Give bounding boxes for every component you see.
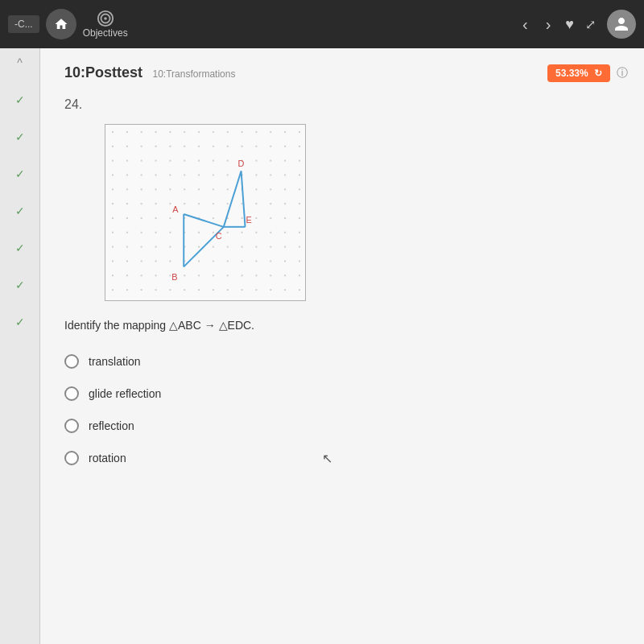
question-number: 24. xyxy=(64,97,620,112)
page-subtitle: 10:Transformations xyxy=(152,68,235,80)
avatar[interactable] xyxy=(607,10,636,39)
radio-2[interactable] xyxy=(64,386,79,401)
radio-4[interactable] xyxy=(64,451,79,465)
progress-badge: 53.33% ↻ xyxy=(547,64,610,82)
objectives-nav[interactable]: Objectives xyxy=(83,10,128,39)
svg-text:C: C xyxy=(216,231,222,241)
sidebar-chevron[interactable]: ^ xyxy=(17,56,23,69)
sidebar-check-7: ✓ xyxy=(15,316,25,328)
sidebar-check-6: ✓ xyxy=(15,279,25,291)
svg-text:D: D xyxy=(238,159,245,168)
prev-button[interactable]: ‹ xyxy=(519,12,531,37)
content-area: 10:Posttest 10:Transformations 53.33% ↻ … xyxy=(40,48,644,644)
top-navigation: -C... Objectives ‹ › ♥ ⤢ xyxy=(0,0,644,48)
radio-3[interactable] xyxy=(64,419,79,433)
svg-text:B: B xyxy=(171,272,177,282)
course-dropdown[interactable]: -C... xyxy=(8,15,39,33)
answer-label-3: reflection xyxy=(89,419,134,432)
page-header: 10:Posttest 10:Transformations xyxy=(64,64,620,81)
page-title: 10:Posttest xyxy=(64,64,142,80)
answer-options: translation glide reflection reflection … xyxy=(64,354,620,465)
answer-option-3[interactable]: reflection xyxy=(64,419,620,433)
answer-label-4: rotation xyxy=(89,452,126,464)
sidebar-check-2: ✓ xyxy=(15,130,25,143)
answer-option-1[interactable]: translation xyxy=(64,354,620,369)
info-icon[interactable]: ⓘ xyxy=(617,66,628,80)
sidebar-check-5: ✓ xyxy=(15,242,25,254)
question-text: Identify the mapping △ABC → △EDC. xyxy=(64,317,620,334)
svg-text:A: A xyxy=(172,204,179,214)
progress-area: 53.33% ↻ ⓘ xyxy=(547,64,628,82)
svg-text:E: E xyxy=(246,215,252,225)
svg-point-2 xyxy=(104,17,107,20)
home-button[interactable] xyxy=(46,9,76,39)
sidebar-check-3: ✓ xyxy=(15,167,25,180)
main-area: ^ ✓ ✓ ✓ ✓ ✓ ✓ ✓ 10:Posttest 10:Transform… xyxy=(0,48,644,644)
expand-button[interactable]: ⤢ xyxy=(585,17,596,32)
next-button[interactable]: › xyxy=(543,12,555,37)
nav-left-section: -C... Objectives xyxy=(8,9,128,39)
sidebar-check-4: ✓ xyxy=(15,204,25,217)
refresh-icon[interactable]: ↻ xyxy=(594,68,602,79)
graph-svg: A B C D E xyxy=(105,125,305,300)
graph-container: A B C D E xyxy=(105,124,306,301)
answer-label-2: glide reflection xyxy=(89,387,161,400)
answer-option-2[interactable]: glide reflection xyxy=(64,386,620,401)
sidebar-check-1: ✓ xyxy=(15,93,25,106)
answer-label-1: translation xyxy=(89,355,141,368)
answer-option-4[interactable]: rotation xyxy=(64,451,620,465)
sidebar: ^ ✓ ✓ ✓ ✓ ✓ ✓ ✓ xyxy=(0,48,40,644)
favorite-button[interactable]: ♥ xyxy=(565,16,574,33)
objectives-label: Objectives xyxy=(83,27,128,39)
radio-1[interactable] xyxy=(64,354,79,369)
nav-right-section: ‹ › ♥ ⤢ xyxy=(519,10,636,39)
svg-rect-4 xyxy=(105,125,305,300)
